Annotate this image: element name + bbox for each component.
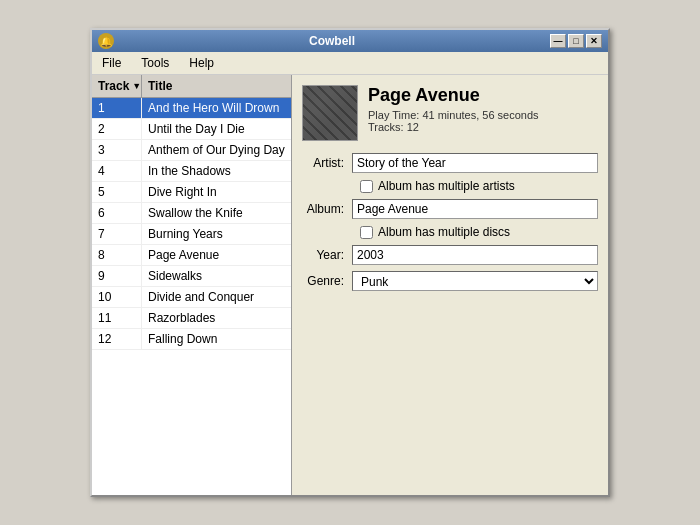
track-row[interactable]: 9 Sidewalks xyxy=(92,266,291,287)
album-tracks-count: Tracks: 12 xyxy=(368,121,598,133)
track-row[interactable]: 7 Burning Years xyxy=(92,224,291,245)
track-title: Until the Day I Die xyxy=(142,119,291,139)
track-number: 7 xyxy=(92,224,142,244)
year-input[interactable] xyxy=(352,245,598,265)
menu-file[interactable]: File xyxy=(96,54,127,72)
genre-label: Genre: xyxy=(302,274,352,288)
track-number: 11 xyxy=(92,308,142,328)
track-title: Swallow the Knife xyxy=(142,203,291,223)
album-title: Page Avenue xyxy=(368,85,598,106)
track-row[interactable]: 4 In the Shadows xyxy=(92,161,291,182)
multiple-discs-row: Album has multiple discs xyxy=(302,225,598,239)
album-row: Album: xyxy=(302,199,598,219)
multiple-discs-label: Album has multiple discs xyxy=(378,225,510,239)
track-number: 10 xyxy=(92,287,142,307)
track-number: 3 xyxy=(92,140,142,160)
track-number: 5 xyxy=(92,182,142,202)
track-number: 6 xyxy=(92,203,142,223)
track-title: Razorblades xyxy=(142,308,291,328)
track-number: 12 xyxy=(92,329,142,349)
track-column-label: Track xyxy=(98,79,129,93)
album-label: Album: xyxy=(302,202,352,216)
track-row[interactable]: 1 And the Hero Will Drown xyxy=(92,98,291,119)
album-info: Page Avenue Play Time: 41 minutes, 56 se… xyxy=(368,85,598,141)
track-row[interactable]: 2 Until the Day I Die xyxy=(92,119,291,140)
genre-row: Genre: Punk Rock Alternative Pop Metal O… xyxy=(302,271,598,291)
track-title: And the Hero Will Drown xyxy=(142,98,291,118)
track-number: 2 xyxy=(92,119,142,139)
main-window: 🔔 Cowbell — □ ✕ File Tools Help Track ▼ … xyxy=(90,28,610,497)
sort-arrow-icon: ▼ xyxy=(132,81,141,91)
track-title: Burning Years xyxy=(142,224,291,244)
minimize-button[interactable]: — xyxy=(550,34,566,48)
multiple-discs-checkbox[interactable] xyxy=(360,226,373,239)
track-title: Dive Right In xyxy=(142,182,291,202)
main-content: Track ▼ Title 1 And the Hero Will Drown … xyxy=(92,75,608,495)
track-row[interactable]: 3 Anthem of Our Dying Day xyxy=(92,140,291,161)
track-title: Falling Down xyxy=(142,329,291,349)
titlebar: 🔔 Cowbell — □ ✕ xyxy=(92,30,608,52)
tracklist-body: 1 And the Hero Will Drown 2 Until the Da… xyxy=(92,98,291,495)
album-header: Page Avenue Play Time: 41 minutes, 56 se… xyxy=(302,85,598,141)
album-playtime: Play Time: 41 minutes, 56 seconds xyxy=(368,109,598,121)
track-title: In the Shadows xyxy=(142,161,291,181)
album-art xyxy=(302,85,358,141)
track-title: Divide and Conquer xyxy=(142,287,291,307)
artist-input[interactable] xyxy=(352,153,598,173)
multiple-artists-label: Album has multiple artists xyxy=(378,179,515,193)
track-row[interactable]: 10 Divide and Conquer xyxy=(92,287,291,308)
menu-help[interactable]: Help xyxy=(183,54,220,72)
multiple-artists-checkbox[interactable] xyxy=(360,180,373,193)
app-icon: 🔔 xyxy=(98,33,114,49)
artist-label: Artist: xyxy=(302,156,352,170)
track-number: 1 xyxy=(92,98,142,118)
track-row[interactable]: 5 Dive Right In xyxy=(92,182,291,203)
year-label: Year: xyxy=(302,248,352,262)
menubar: File Tools Help xyxy=(92,52,608,75)
track-column-header[interactable]: Track ▼ xyxy=(92,75,142,97)
tracklist-header: Track ▼ Title xyxy=(92,75,291,98)
artist-row: Artist: xyxy=(302,153,598,173)
title-column-header: Title xyxy=(142,75,291,97)
window-title: Cowbell xyxy=(114,34,550,48)
close-button[interactable]: ✕ xyxy=(586,34,602,48)
track-number: 8 xyxy=(92,245,142,265)
track-title: Sidewalks xyxy=(142,266,291,286)
track-row[interactable]: 6 Swallow the Knife xyxy=(92,203,291,224)
multiple-artists-row: Album has multiple artists xyxy=(302,179,598,193)
maximize-button[interactable]: □ xyxy=(568,34,584,48)
track-row[interactable]: 8 Page Avenue xyxy=(92,245,291,266)
track-number: 9 xyxy=(92,266,142,286)
album-art-image xyxy=(303,86,357,140)
track-number: 4 xyxy=(92,161,142,181)
genre-select[interactable]: Punk Rock Alternative Pop Metal Other xyxy=(352,271,598,291)
track-title: Anthem of Our Dying Day xyxy=(142,140,291,160)
window-controls: — □ ✕ xyxy=(550,34,602,48)
track-row[interactable]: 12 Falling Down xyxy=(92,329,291,350)
album-input[interactable] xyxy=(352,199,598,219)
details-panel: Page Avenue Play Time: 41 minutes, 56 se… xyxy=(292,75,608,495)
menu-tools[interactable]: Tools xyxy=(135,54,175,72)
title-column-label: Title xyxy=(148,79,172,93)
track-title: Page Avenue xyxy=(142,245,291,265)
year-row: Year: xyxy=(302,245,598,265)
track-row[interactable]: 11 Razorblades xyxy=(92,308,291,329)
tracklist-panel: Track ▼ Title 1 And the Hero Will Drown … xyxy=(92,75,292,495)
